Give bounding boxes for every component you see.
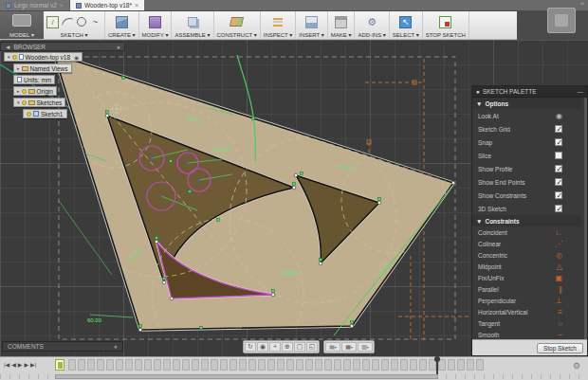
timeline-feature[interactable]: [192, 359, 199, 371]
timeline-feature[interactable]: [286, 359, 294, 371]
browser-item-named-views[interactable]: ▸ Named Views: [13, 63, 72, 73]
timeline-feature[interactable]: [362, 359, 370, 371]
play-icon[interactable]: ▶: [18, 360, 23, 370]
toolbar-group-construct[interactable]: CONSTRUCT ▾: [214, 11, 261, 39]
close-tab-icon[interactable]: ×: [60, 2, 64, 9]
construct-icon[interactable]: [230, 17, 244, 27]
expand-arrow-icon[interactable]: ▾: [8, 54, 10, 60]
concentric-icon[interactable]: ◎: [556, 251, 562, 260]
browser-item-sketches[interactable]: ▾ Sketches: [13, 98, 65, 107]
dimension-label[interactable]: 60.00: [87, 317, 102, 323]
visibility-bulb-icon[interactable]: [22, 89, 27, 94]
toolbar-group-stop-sketch[interactable]: STOP SKETCH: [423, 11, 469, 39]
orbit-icon[interactable]: ↻: [245, 342, 256, 352]
document-tab-wooden-top[interactable]: Wooden-top v18* ×: [70, 0, 144, 10]
browser-options-icon[interactable]: ●: [117, 44, 120, 50]
toolbar-group-insert[interactable]: INSERT ▾: [296, 11, 327, 39]
visibility-bulb-icon[interactable]: [27, 112, 31, 117]
browser-back-icon[interactable]: ◄: [5, 44, 10, 50]
option-row-show-constraints[interactable]: Show Constraints: [472, 189, 581, 202]
timeline-feature[interactable]: [116, 359, 123, 371]
timeline-feature[interactable]: [324, 359, 332, 371]
browser-item-units[interactable]: Units: mm: [13, 75, 55, 84]
workspace-switcher-model[interactable]: MODEL ▾: [0, 11, 44, 39]
timeline-feature[interactable]: [182, 359, 190, 371]
comments-bar[interactable]: COMMENTS ●: [2, 341, 123, 352]
checkbox-checked-icon[interactable]: [555, 178, 562, 186]
step-back-icon[interactable]: ◀: [11, 360, 16, 370]
option-row-look-at[interactable]: Look At ◉: [472, 109, 581, 122]
toolbar-group-select[interactable]: ↖ SELECT ▾: [390, 11, 423, 39]
timeline-feature[interactable]: [97, 359, 104, 371]
checkbox-checked-icon[interactable]: [555, 125, 562, 133]
browser-item-sketch1[interactable]: Sketch1: [23, 109, 67, 118]
timeline-feature[interactable]: [125, 359, 133, 371]
toolbar-group-sketch[interactable]: / ~ SKETCH ▾: [44, 11, 105, 39]
comments-options-icon[interactable]: ●: [114, 343, 118, 350]
assemble-icon[interactable]: [188, 17, 197, 27]
coincident-icon[interactable]: ∟: [555, 228, 562, 237]
timeline-feature[interactable]: [353, 359, 360, 371]
timeline-feature[interactable]: [163, 359, 171, 371]
spline-icon[interactable]: ~: [89, 16, 101, 28]
timeline-active-sketch-feature[interactable]: [55, 359, 64, 371]
checkbox-checked-icon[interactable]: [555, 138, 562, 146]
tangent-icon[interactable]: ○: [558, 319, 562, 328]
sketch-line-icon[interactable]: /: [46, 16, 59, 28]
toolbar-group-inspect[interactable]: INSPECT ▾: [261, 11, 297, 39]
select-cursor-icon[interactable]: ↖: [399, 16, 412, 28]
visibility-bulb-icon[interactable]: [22, 100, 27, 105]
look-at-icon[interactable]: ◉: [257, 342, 268, 352]
create-icon[interactable]: [116, 16, 128, 28]
circle-icon[interactable]: [75, 16, 87, 28]
timeline-feature[interactable]: [457, 359, 465, 371]
look-at-icon[interactable]: ◉: [556, 112, 562, 120]
options-section-header[interactable]: ▼ Options: [472, 98, 581, 109]
timeline-feature[interactable]: [239, 359, 247, 371]
pan-icon[interactable]: +: [269, 342, 281, 352]
parallel-icon[interactable]: ∥: [559, 285, 562, 294]
modify-icon[interactable]: [149, 16, 161, 28]
timeline-feature[interactable]: [334, 359, 341, 371]
constraint-row-concentric[interactable]: Concentric ◎: [472, 249, 581, 261]
option-row-sketch-grid[interactable]: Sketch Grid: [472, 122, 581, 136]
timeline-feature[interactable]: [315, 359, 322, 371]
checkbox-checked-icon[interactable]: [555, 165, 562, 172]
constraint-row-coincident[interactable]: Coincident ∟: [472, 226, 581, 238]
toolbar-group-modify[interactable]: MODIFY ▾: [139, 11, 173, 39]
browser-item-root[interactable]: ▾ Wooden-top v18 ◉: [4, 52, 83, 62]
checkbox-checked-icon[interactable]: [555, 191, 562, 199]
inspect-icon[interactable]: [272, 16, 285, 28]
expand-arrow-icon[interactable]: ▸: [17, 65, 20, 71]
timeline-feature[interactable]: [211, 359, 218, 371]
colinear-icon[interactable]: ⋰: [555, 240, 562, 248]
close-tab-icon[interactable]: ×: [135, 2, 138, 9]
timeline-feature[interactable]: [476, 359, 484, 371]
display-settings-icon[interactable]: ▤▾: [325, 342, 340, 352]
arc-icon[interactable]: [61, 16, 73, 28]
visibility-bulb-icon[interactable]: [12, 55, 17, 60]
step-forward-icon[interactable]: ▶: [24, 360, 28, 370]
timeline-feature[interactable]: [68, 359, 76, 371]
timeline-feature[interactable]: [106, 359, 114, 371]
timeline-feature[interactable]: [201, 359, 209, 371]
timeline-feature[interactable]: [343, 359, 351, 371]
activate-radio-icon[interactable]: ◉: [74, 54, 79, 61]
timeline-feature[interactable]: [220, 359, 228, 371]
option-row-snap[interactable]: Snap: [472, 136, 581, 149]
viewports-icon[interactable]: ▥▾: [358, 342, 373, 352]
stop-sketch-button[interactable]: Stop Sketch: [537, 343, 583, 353]
timeline-feature[interactable]: [277, 359, 285, 371]
option-row-show-profile[interactable]: Show Profile: [472, 162, 581, 175]
timeline-feature[interactable]: [467, 359, 474, 371]
constraint-row-tangent[interactable]: Tangent ○: [472, 317, 581, 329]
dimension-label[interactable]: R48.00: [281, 270, 300, 276]
zoom-window-icon[interactable]: ◱: [306, 342, 318, 352]
timeline-feature[interactable]: [400, 359, 408, 371]
timeline-settings-gear-icon[interactable]: ⚙: [573, 361, 580, 371]
option-row-slice[interactable]: Slice: [472, 149, 581, 162]
document-tab-lego[interactable]: Lego normal v2 ×: [0, 0, 70, 10]
stop-sketch-icon[interactable]: [439, 16, 451, 28]
grid-settings-icon[interactable]: ▦▾: [341, 342, 357, 352]
timeline-feature[interactable]: [154, 359, 161, 371]
